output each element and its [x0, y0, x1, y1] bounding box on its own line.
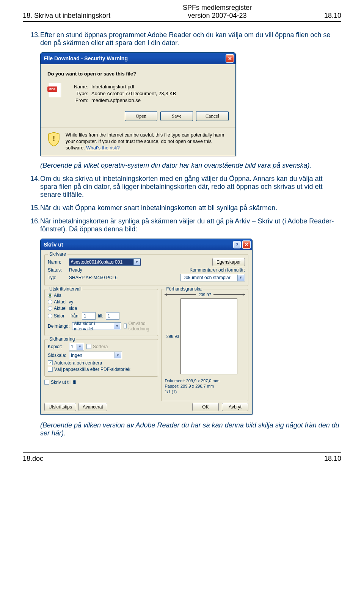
doc-footer: 18.doc 18.10	[23, 452, 341, 463]
printer-status-label: Status:	[48, 267, 67, 273]
doc-header: 18. Skriva ut inbetalningskort SPFs medl…	[23, 4, 341, 22]
header-left: 18. Skriva ut inbetalningskort	[23, 12, 110, 20]
warning-text: While files from the Internet can be use…	[66, 132, 229, 151]
ok-button[interactable]: OK	[192, 403, 219, 411]
collate-checkbox[interactable]: Sortera	[86, 344, 108, 349]
preview-height: 296,93	[165, 334, 179, 339]
print-dialog: Skriv ut ? ✕ Skrivare Namn: \\sestodc001…	[40, 239, 253, 415]
subset-select[interactable]: Alla sidor i intervallet	[72, 322, 121, 330]
name-label: Name:	[67, 84, 88, 90]
from-value: medlem.spfpension.se	[91, 97, 141, 103]
properties-button[interactable]: Egenskaper	[212, 258, 245, 266]
version-note: (Beroende på vilken version av Adobe Rea…	[40, 421, 341, 437]
item-16: 16. När inbetalningskorten är synliga på…	[30, 217, 341, 233]
reverse-checkbox[interactable]: Omvänd sidordning	[124, 321, 151, 331]
printer-type-value: SHARP AR-M450 PCL6	[69, 275, 118, 280]
printer-name-label: Namn:	[48, 259, 67, 265]
comments-label: Kommentarer och formulär:	[190, 267, 245, 273]
paper-source-checkbox[interactable]: Välj papperskälla efter PDF-sidstorlek	[48, 367, 130, 372]
header-center-line1: SPFs medlemsregister	[110, 4, 324, 12]
dialog-titlebar[interactable]: File Download - Security Warning ✕	[41, 53, 235, 64]
advanced-button[interactable]: Avancerat	[78, 403, 107, 411]
print-tips-button[interactable]: Utskriftstips	[44, 403, 76, 411]
range-group: Utskriftsintervall Alla Aktuell vy Aktue…	[44, 289, 158, 336]
item-15: 15. När du valt Öppna kommer snart inbet…	[30, 204, 341, 212]
preview-sheet	[180, 298, 237, 374]
os-note: (Beroende på vilket operativ-system din …	[40, 162, 341, 170]
print-dialog-title: Skriv ut	[44, 242, 233, 248]
copies-select[interactable]: 1	[69, 343, 84, 350]
from-label: From:	[67, 97, 88, 103]
printer-type-label: Typ:	[48, 275, 67, 280]
radio-current-page[interactable]: Aktuell sida	[48, 306, 77, 311]
dialog-question: Do you want to open or save this file?	[47, 71, 229, 77]
scale-select[interactable]: Ingen	[69, 352, 122, 359]
comments-select[interactable]: Dokument och stämplar	[180, 274, 245, 281]
item-14: 14. Om du ska skriva ut inbetalningskort…	[30, 175, 341, 199]
page-indicator: 1/1 (1)	[165, 389, 219, 395]
radio-all[interactable]: Alla	[48, 293, 61, 298]
shield-icon: !	[47, 132, 60, 146]
name-value: Inbetalningskort.pdf	[91, 84, 134, 90]
header-right: 18.10	[324, 12, 341, 20]
cancel-button[interactable]: Avbryt	[222, 403, 248, 411]
handling-group: Sidhantering Kopior: 1 Sortera Sidskala:…	[44, 339, 158, 377]
header-center: SPFs medlemsregister version 2007-04-23	[110, 4, 324, 20]
radio-pages[interactable]: Sidor	[48, 313, 64, 319]
from-field[interactable]: 1	[82, 312, 96, 320]
preview-width: 209,97	[196, 292, 213, 297]
close-icon[interactable]: ✕	[226, 54, 234, 63]
print-to-file-checkbox[interactable]: Skriv ut till fil	[44, 380, 76, 385]
item-13: 13. Efter en stund öppnas programmet Ado…	[30, 31, 341, 47]
footer-left: 18.doc	[23, 455, 43, 463]
to-field[interactable]: 1	[106, 312, 119, 320]
radio-current-view[interactable]: Aktuell vy	[48, 299, 73, 305]
help-icon[interactable]: ?	[233, 241, 241, 248]
preview-group: Förhandsgranska 209,97 296,93	[161, 289, 248, 402]
type-label: Type:	[67, 91, 88, 96]
printer-name-select[interactable]: \\sestodc001\Kopiator001	[69, 258, 141, 266]
type-value: Adobe Acrobat 7.0 Document, 23,3 KB	[91, 91, 176, 96]
header-center-line2: version 2007-04-23	[110, 12, 324, 20]
pdf-icon: PDF	[47, 83, 61, 98]
printer-status-value: Ready	[69, 267, 82, 273]
dialog-title: File Download - Security Warning	[44, 55, 226, 61]
svg-text:!: !	[53, 134, 55, 143]
close-icon[interactable]: ✕	[242, 240, 251, 249]
footer-right: 18.10	[324, 455, 341, 463]
printer-group: Skrivare Namn: \\sestodc001\Kopiator001 …	[44, 254, 248, 286]
whats-the-risk-link[interactable]: What's the risk?	[86, 145, 120, 151]
cancel-button[interactable]: Cancel	[196, 111, 229, 121]
open-button[interactable]: Open	[125, 111, 157, 121]
save-button[interactable]: Save	[160, 111, 193, 121]
print-dialog-titlebar[interactable]: Skriv ut ? ✕	[41, 239, 252, 250]
autorotate-checkbox[interactable]: ✓Autorotera och centrera	[48, 360, 102, 366]
file-download-dialog: File Download - Security Warning ✕ Do yo…	[40, 52, 236, 156]
